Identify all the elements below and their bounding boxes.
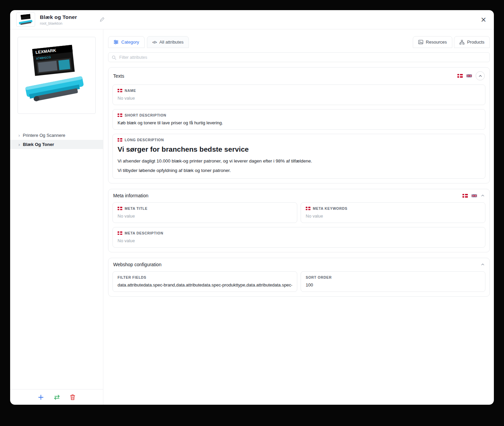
field-value: 100 bbox=[306, 282, 480, 287]
category-editor-modal: Blæk og Toner root_blaekton × LEXMARK X7… bbox=[10, 10, 494, 405]
danish-flag-icon bbox=[118, 114, 122, 117]
danish-flag-icon bbox=[118, 207, 122, 210]
filter-bar bbox=[108, 52, 490, 62]
long-description-paragraph: Vi tilbyder løbende opfyldning af blæk o… bbox=[118, 168, 480, 173]
danish-flag-icon[interactable] bbox=[457, 74, 463, 78]
danish-flag-icon bbox=[306, 207, 310, 210]
sidebar: LEXMARK X748H1CG bbox=[10, 29, 103, 405]
danish-flag-icon bbox=[118, 89, 122, 92]
trash-icon bbox=[70, 394, 75, 400]
search-icon bbox=[112, 55, 116, 61]
delete-category-button[interactable] bbox=[70, 394, 75, 400]
field-short-description[interactable]: SHORT DESCRIPTION Køb blæk og tonere til… bbox=[112, 109, 485, 130]
tab-resources-label: Resources bbox=[426, 40, 447, 45]
filter-attributes-input[interactable] bbox=[108, 52, 490, 62]
uk-flag-icon[interactable] bbox=[467, 74, 472, 78]
field-label-row: META DESCRIPTION bbox=[118, 231, 480, 235]
field-name[interactable]: NAME No value bbox=[112, 84, 485, 105]
close-button[interactable]: × bbox=[480, 16, 486, 23]
section-webshop-body: FILTER FIELDS data.attributedata.spec-br… bbox=[108, 271, 489, 296]
section-controls bbox=[462, 194, 485, 198]
section-meta-header: Meta information bbox=[108, 189, 489, 202]
field-value: No value bbox=[118, 96, 480, 101]
tabs-row: Category </> All attributes Resources bbox=[108, 36, 490, 48]
field-filter-fields[interactable]: FILTER FIELDS data.attributedata.spec-br… bbox=[112, 271, 297, 292]
tab-all-attributes-label: All attributes bbox=[159, 40, 184, 45]
image-icon bbox=[418, 40, 423, 44]
section-title: Webshop configuration bbox=[113, 262, 161, 267]
collapse-meta-button[interactable] bbox=[481, 194, 485, 198]
section-meta-body: META TITLE No value META KEYWORDS No val… bbox=[108, 202, 489, 252]
tab-products[interactable]: Products bbox=[454, 36, 490, 48]
modal-body: LEXMARK X748H1CG bbox=[10, 29, 494, 405]
meta-row: META TITLE No value META KEYWORDS No val… bbox=[112, 202, 485, 223]
tab-products-label: Products bbox=[467, 40, 484, 45]
tree-item-printere-og-scannere[interactable]: › Printere Og Scannere bbox=[10, 131, 103, 140]
field-label-text: SHORT DESCRIPTION bbox=[125, 113, 166, 117]
tabs-right-group: Resources Products bbox=[413, 36, 490, 48]
plus-icon bbox=[38, 394, 44, 400]
swap-arrows-icon bbox=[53, 395, 60, 400]
edit-title-button[interactable] bbox=[99, 17, 105, 22]
danish-flag-icon[interactable] bbox=[462, 194, 468, 198]
field-long-description[interactable]: LONG DESCRIPTION Vi sørger for branchens… bbox=[112, 134, 485, 179]
field-value: Køb blæk og tonere til lave priser og få… bbox=[118, 120, 480, 125]
section-title: Texts bbox=[113, 73, 124, 79]
field-label-text: META DESCRIPTION bbox=[125, 231, 163, 235]
section-texts-body: NAME No value SHORT DESCRIPTION Køb blæk… bbox=[108, 84, 489, 183]
field-value: No value bbox=[118, 214, 292, 219]
sidebar-toolbar bbox=[10, 389, 103, 405]
tab-category-label: Category bbox=[121, 40, 139, 45]
tree-item-label: Blæk Og Toner bbox=[23, 142, 54, 147]
section-webshop: Webshop configuration FILTER FIE bbox=[108, 258, 490, 297]
chevron-right-icon: › bbox=[18, 133, 20, 138]
sitemap-icon bbox=[459, 40, 464, 45]
tab-all-attributes[interactable]: </> All attributes bbox=[147, 36, 189, 48]
field-label-text: META KEYWORDS bbox=[313, 206, 347, 210]
field-meta-title[interactable]: META TITLE No value bbox=[112, 202, 297, 223]
field-label-row: SORT ORDER bbox=[306, 275, 480, 279]
field-label-text: SORT ORDER bbox=[306, 275, 332, 279]
move-category-button[interactable] bbox=[53, 395, 60, 400]
danish-flag-icon bbox=[118, 138, 122, 142]
tree-item-label: Printere Og Scannere bbox=[23, 133, 66, 138]
field-value: No value bbox=[306, 214, 480, 219]
field-label-row: META KEYWORDS bbox=[306, 206, 480, 210]
field-meta-description[interactable]: META DESCRIPTION No value bbox=[112, 227, 485, 248]
main-panel: Category </> All attributes Resources bbox=[103, 29, 494, 405]
category-tree: › Printere Og Scannere › Blæk Og Toner bbox=[10, 131, 103, 149]
section-webshop-header: Webshop configuration bbox=[108, 258, 489, 271]
field-sort-order[interactable]: SORT ORDER 100 bbox=[301, 271, 485, 292]
field-value: data.attributedata.spec-brand,data.attri… bbox=[118, 282, 292, 287]
long-description-paragraph: Vi afsender dagligt 10.000 blæk-og print… bbox=[118, 158, 480, 164]
chevron-up-icon bbox=[481, 194, 485, 198]
add-category-button[interactable] bbox=[38, 394, 44, 400]
collapse-texts-button[interactable] bbox=[476, 71, 485, 80]
category-thumbnail bbox=[16, 12, 35, 27]
chevron-up-icon bbox=[481, 262, 485, 267]
field-label-text: META TITLE bbox=[125, 206, 148, 210]
tab-category[interactable]: Category bbox=[108, 36, 145, 48]
pencil-icon bbox=[99, 17, 105, 22]
tab-resources[interactable]: Resources bbox=[413, 36, 452, 48]
section-texts-header: Texts bbox=[108, 68, 489, 84]
field-label-row: LONG DESCRIPTION bbox=[118, 138, 480, 142]
field-label-row: NAME bbox=[118, 89, 480, 93]
code-icon: </> bbox=[152, 40, 157, 44]
collapse-webshop-button[interactable] bbox=[481, 262, 485, 267]
webshop-row: FILTER FIELDS data.attributedata.spec-br… bbox=[112, 271, 485, 292]
field-label-row: FILTER FIELDS bbox=[118, 275, 292, 279]
field-meta-keywords[interactable]: META KEYWORDS No value bbox=[301, 202, 485, 223]
chevron-right-icon: › bbox=[18, 142, 20, 147]
field-label-text: FILTER FIELDS bbox=[118, 275, 146, 279]
section-controls bbox=[457, 71, 485, 80]
uk-flag-icon[interactable] bbox=[472, 194, 477, 198]
toner-product-image: LEXMARK X748H1CG bbox=[23, 42, 91, 109]
chevron-up-icon bbox=[478, 74, 482, 78]
tree-item-blaek-og-toner[interactable]: › Blæk Og Toner bbox=[10, 140, 103, 149]
field-label-row: META TITLE bbox=[118, 206, 292, 210]
field-label-row: SHORT DESCRIPTION bbox=[118, 113, 480, 117]
long-description-heading: Vi sørger for branchens bedste service bbox=[118, 145, 480, 153]
field-label-text: NAME bbox=[125, 89, 136, 93]
page-title: Blæk og Toner bbox=[40, 14, 77, 20]
